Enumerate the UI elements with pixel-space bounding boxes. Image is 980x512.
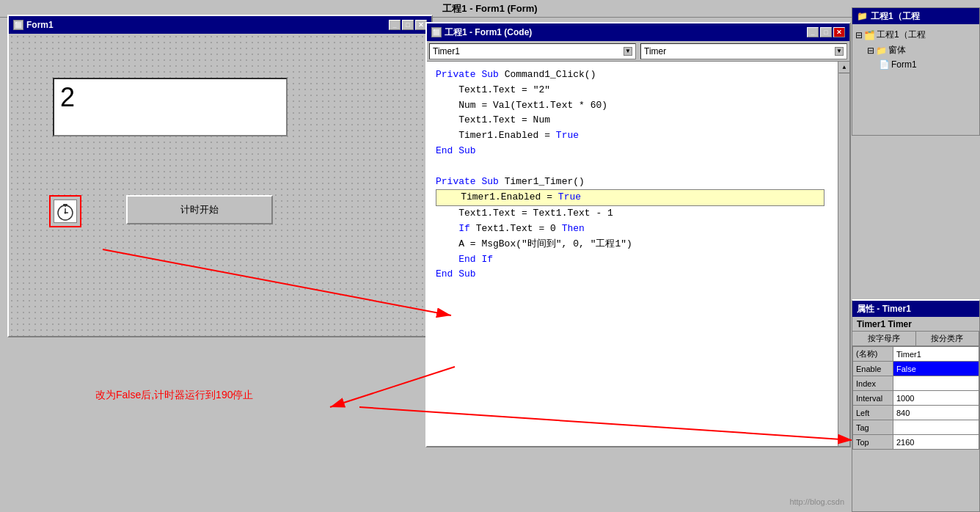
scroll-up-button[interactable]: ▲ [838, 62, 849, 73]
prop-value-cell[interactable]: 2160 [893, 435, 979, 450]
code-line-2: Text1.Text = "2" [436, 83, 826, 98]
code-line-10: If Text1.Text = 0 Then [436, 222, 826, 237]
props-tab-alpha[interactable]: 按字母序 [852, 332, 916, 345]
code-window-controls: _ □ ✕ [807, 27, 845, 37]
prop-value-cell[interactable]: False [893, 362, 979, 376]
props-row[interactable]: EnableFalse [853, 362, 979, 376]
form1-tree-label: Form1 [891, 59, 917, 70]
properties-tabs: 按字母序 按分类序 [852, 332, 979, 346]
props-row[interactable]: (名称)Timer1 [853, 347, 979, 362]
form1-title: Form1 [26, 20, 54, 30]
properties-subtitle-text: Timer1 Timer [857, 319, 912, 329]
code-line-1: Private Sub Command1_Click() [436, 67, 826, 83]
start-button[interactable]: 计时开始 [126, 195, 273, 224]
form1-titlebar: ⬜ Form1 _ □ ✕ [9, 16, 431, 34]
code-close-button[interactable]: ✕ [833, 27, 845, 37]
code-line-12: End If [436, 252, 826, 268]
form1-window: ⬜ Form1 _ □ ✕ 2 计时开始 [7, 15, 433, 337]
svg-point-5 [65, 212, 67, 214]
props-tab-category[interactable]: 按分类序 [916, 332, 980, 345]
code-line-13: End Sub [436, 267, 826, 282]
code-line-4: Text1.Text = Num [436, 113, 826, 128]
props-row[interactable]: Index [853, 376, 979, 391]
properties-table: (名称)Timer1EnableFalseIndexInterval1000Le… [852, 346, 979, 450]
tree-forms-folder[interactable]: ⊟ 📁 窗体 [855, 43, 976, 58]
props-row[interactable]: Top2160 [853, 435, 979, 450]
prop-name-cell: Enable [853, 362, 893, 376]
object-dropdown-value: Timer1 [433, 46, 460, 56]
text1-value: 2 [60, 82, 75, 113]
timer1-icon-box [49, 195, 81, 227]
project-panel: 📁 工程1（工程 ⊟ 🗂️ 工程1（工程 ⊟ 📁 窗体 📄 Form1 [852, 7, 980, 136]
prop-name-cell: Interval [853, 391, 893, 406]
project-panel-title: 📁 工程1（工程 [852, 8, 979, 24]
form1-body: 2 计时开始 [9, 34, 431, 336]
procedure-dropdown[interactable]: Timer ▼ [640, 43, 847, 59]
props-row[interactable]: Left840 [853, 406, 979, 420]
code-window-icon: ⬜ [431, 27, 442, 37]
form1-controls: _ □ ✕ [389, 20, 427, 30]
project-tree-label: 工程1（工程 [877, 29, 926, 41]
timer1-icon [54, 200, 77, 223]
prop-name-cell: Index [853, 376, 893, 391]
prop-value-cell[interactable] [893, 376, 979, 391]
main-title: 工程1 - Form1 (Form) [442, 2, 537, 15]
project-title: 工程1（工程 [871, 10, 920, 23]
code-line-3: Num = Val(Text1.Text * 60) [436, 98, 826, 114]
prop-name-cell: Top [853, 435, 893, 450]
form1-minimize-button[interactable]: _ [389, 20, 401, 30]
form1-icon: ⬜ [13, 20, 23, 30]
prop-value-cell[interactable] [893, 420, 979, 435]
code-line-9: Text1.Text = Text1.Text - 1 [436, 206, 826, 222]
procedure-dropdown-value: Timer [644, 46, 666, 56]
project-tree: ⊟ 🗂️ 工程1（工程 ⊟ 📁 窗体 📄 Form1 [852, 24, 979, 74]
prop-value-cell[interactable]: 840 [893, 406, 979, 420]
code-line-6: End Sub [436, 144, 826, 159]
properties-panel: 属性 - Timer1 Timer1 Timer 按字母序 按分类序 (名称)T… [852, 299, 980, 512]
folder-icon: 📁 [876, 45, 887, 56]
prop-value-cell[interactable]: 1000 [893, 391, 979, 406]
code-title: 工程1 - Form1 (Code) [445, 26, 532, 39]
code-line-5: Timer1.Enabled = True [436, 128, 826, 144]
form1-tree-icon: 📄 [879, 59, 890, 70]
prop-name-cell: Left [853, 406, 893, 420]
project-icon: 📁 [857, 11, 868, 21]
properties-title-text: 属性 - Timer1 [857, 303, 911, 315]
code-scrollbar[interactable]: ▲ [838, 62, 849, 446]
code-line-11: A = MsgBox("时间到", 0, "工程1") [436, 237, 826, 252]
code-line-blank [436, 159, 826, 175]
code-area[interactable]: ▲ Private Sub Command1_Click() Text1.Tex… [427, 62, 849, 446]
form1-maximize-button[interactable]: □ [402, 20, 414, 30]
object-dropdown[interactable]: Timer1 ▼ [429, 43, 636, 59]
prop-name-cell: Tag [853, 420, 893, 435]
procedure-dropdown-arrow[interactable]: ▼ [835, 47, 844, 56]
properties-subtitle: Timer1 Timer [852, 317, 979, 332]
forms-folder-label: 窗体 [888, 44, 906, 56]
code-minimize-button[interactable]: _ [807, 27, 819, 37]
text1-textbox[interactable]: 2 [53, 78, 288, 136]
props-row[interactable]: Interval1000 [853, 391, 979, 406]
annotation-text: 改为False后,计时器运行到190停止 [95, 389, 253, 402]
tree-root[interactable]: ⊟ 🗂️ 工程1（工程 [855, 27, 976, 43]
code-window: ⬜ 工程1 - Form1 (Code) _ □ ✕ Timer1 ▼ Time… [425, 22, 851, 447]
props-row[interactable]: Tag [853, 420, 979, 435]
watermark: http://blog.csdn [789, 497, 844, 506]
code-line-7: Private Sub Timer1_Timer() [436, 175, 826, 190]
start-button-label: 计时开始 [180, 203, 219, 216]
project-tree-icon: 🗂️ [864, 30, 875, 40]
properties-title: 属性 - Timer1 [852, 301, 979, 317]
prop-name-cell: (名称) [853, 347, 893, 362]
tree-form1[interactable]: 📄 Form1 [855, 58, 976, 71]
forms-expand-icon: ⊟ [867, 45, 874, 56]
object-dropdown-arrow[interactable]: ▼ [624, 47, 632, 56]
code-line-8: Timer1.Enabled = True [436, 189, 824, 206]
expand-icon: ⊟ [855, 30, 863, 40]
prop-value-cell[interactable]: Timer1 [893, 347, 979, 362]
code-maximize-button[interactable]: □ [820, 27, 832, 37]
code-titlebar: ⬜ 工程1 - Form1 (Code) _ □ ✕ [427, 23, 849, 41]
code-dropdowns: Timer1 ▼ Timer ▼ [427, 41, 849, 62]
